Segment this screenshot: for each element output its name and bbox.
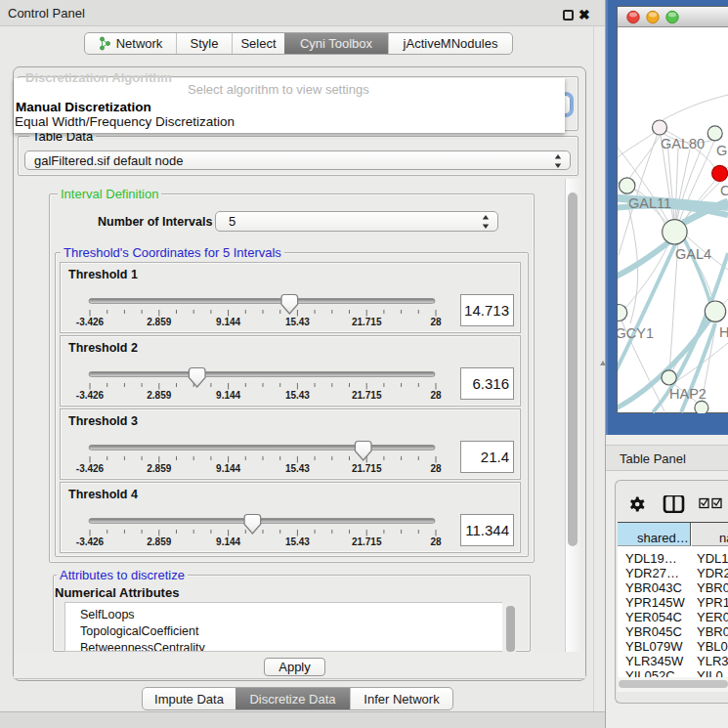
- svg-text:GAL80: GAL80: [661, 136, 705, 151]
- svg-text:C: C: [720, 183, 728, 198]
- svg-text:GAL4: GAL4: [675, 246, 711, 262]
- svg-text:G.: G.: [716, 143, 728, 158]
- svg-text:GCY1: GCY1: [618, 325, 654, 341]
- svg-text:GAL11: GAL11: [628, 195, 671, 211]
- svg-text:HAP2: HAP2: [669, 386, 707, 402]
- svg-text:H: H: [719, 324, 728, 340]
